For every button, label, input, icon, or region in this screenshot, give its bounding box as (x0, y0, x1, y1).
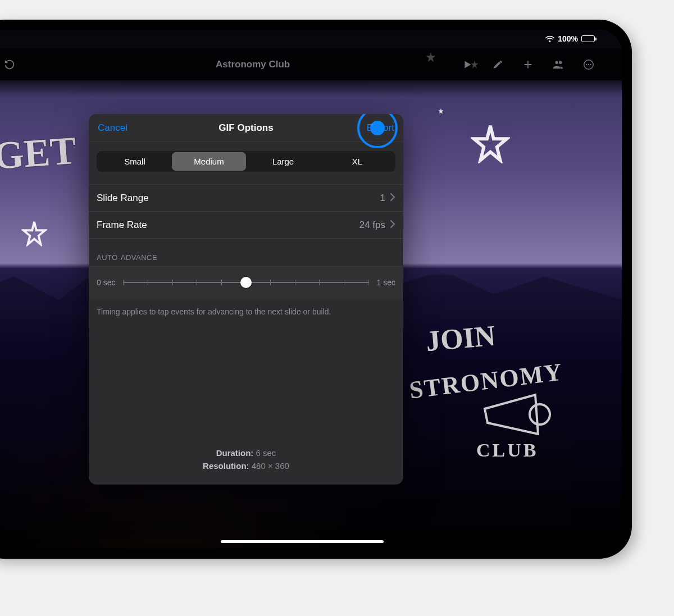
resolution-value: 480 × 360 (252, 461, 289, 471)
auto-advance-slider[interactable] (123, 277, 368, 288)
duration-label: Duration: (216, 448, 254, 458)
device-screen: GET JOIN STRONOMY CLUB 100% Astronomy Cl… (0, 30, 622, 549)
auto-advance-footnote: Timing applies to tap events for advanci… (89, 299, 403, 316)
size-option-small[interactable]: Small (98, 152, 172, 171)
chevron-right-icon (390, 220, 395, 230)
wifi-icon (545, 35, 554, 42)
modal-header: Cancel GIF Options Export (89, 114, 403, 142)
add-button[interactable] (513, 58, 543, 71)
frame-rate-label: Frame Rate (97, 220, 359, 231)
slide-range-label: Slide Range (97, 193, 380, 204)
undo-button[interactable] (0, 58, 25, 71)
frame-rate-value: 24 fps (359, 220, 385, 231)
slide-range-value: 1 (380, 193, 385, 204)
battery-percent: 100% (558, 34, 578, 43)
svg-point-9 (588, 64, 589, 65)
svg-point-6 (549, 40, 550, 42)
star-icon (471, 124, 510, 163)
duration-value: 6 sec (256, 448, 276, 458)
star-icon (21, 221, 47, 247)
collaborate-button[interactable] (543, 58, 573, 71)
wallpaper-text-get: GET (0, 128, 78, 179)
battery-icon (581, 35, 595, 42)
slider-min-label: 0 sec (97, 278, 115, 287)
auto-advance-header: AUTO-ADVANCE (89, 239, 403, 266)
play-button[interactable] (452, 58, 482, 71)
home-indicator[interactable] (221, 540, 384, 543)
slide-range-row[interactable]: Slide Range 1 (89, 185, 403, 212)
export-meta: Duration: 6 sec Resolution: 480 × 360 (89, 447, 403, 485)
size-selector: SmallMediumLargeXL (89, 142, 403, 185)
format-brush-button[interactable] (482, 58, 513, 71)
cancel-button[interactable]: Cancel (89, 114, 136, 142)
size-option-xl[interactable]: XL (320, 152, 394, 171)
svg-marker-3 (474, 126, 507, 160)
size-option-large[interactable]: Large (246, 152, 320, 171)
status-bar: 100% (545, 30, 622, 44)
export-button[interactable]: Export (358, 114, 403, 142)
document-title: Astronomy Club (216, 59, 290, 70)
slider-knob[interactable] (240, 277, 252, 288)
auto-advance-slider-area: 0 sec 1 sec (89, 266, 403, 299)
megaphone-icon (482, 389, 555, 445)
chevron-right-icon (390, 193, 395, 203)
svg-point-8 (586, 64, 587, 65)
star-icon (438, 108, 444, 114)
size-segmented-control[interactable]: SmallMediumLargeXL (97, 151, 395, 172)
resolution-label: Resolution: (203, 461, 249, 471)
svg-marker-2 (439, 108, 443, 113)
frame-rate-row[interactable]: Frame Rate 24 fps (89, 212, 403, 239)
app-toolbar: Astronomy Club (0, 49, 622, 80)
slider-max-label: 1 sec (377, 278, 395, 287)
size-option-medium[interactable]: Medium (172, 152, 246, 171)
svg-marker-4 (24, 222, 45, 244)
modal-title: GIF Options (218, 122, 273, 134)
svg-point-10 (590, 64, 591, 65)
more-button[interactable] (573, 58, 604, 71)
wallpaper-text-join: JOIN (425, 319, 497, 358)
svg-point-5 (530, 404, 550, 425)
gif-options-modal: Cancel GIF Options Export SmallMediumLar… (89, 114, 403, 485)
device-ipad: GET JOIN STRONOMY CLUB 100% Astronomy Cl… (0, 20, 632, 559)
